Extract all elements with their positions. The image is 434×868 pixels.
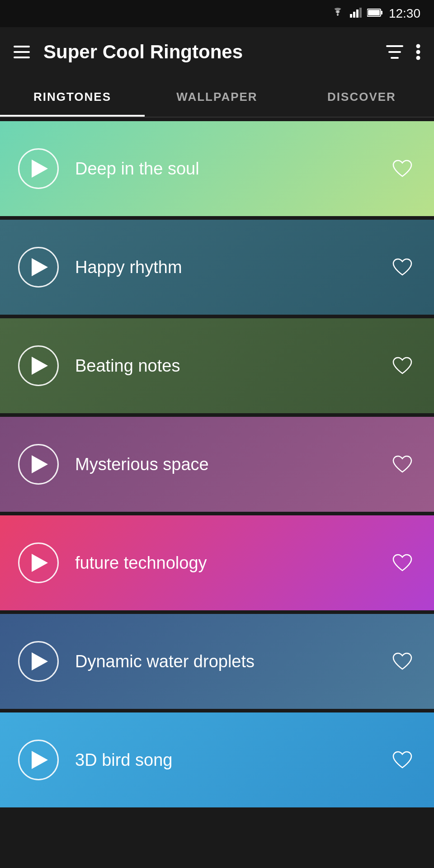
play-button-1[interactable] bbox=[18, 148, 59, 189]
song-title-1: Deep in the soul bbox=[75, 159, 389, 179]
svg-marker-22 bbox=[32, 751, 48, 769]
svg-rect-10 bbox=[386, 45, 403, 47]
song-title-2: Happy rhythm bbox=[75, 258, 389, 277]
tab-bar: RINGTONES WALLPAPER DISCOVER bbox=[0, 77, 434, 118]
tab-discover[interactable]: DISCOVER bbox=[289, 77, 434, 117]
song-title-3: Beating notes bbox=[75, 356, 389, 376]
song-list: Deep in the soul Happy rhythm Beating no… bbox=[0, 118, 434, 811]
svg-rect-2 bbox=[356, 9, 359, 18]
song-item-7[interactable]: 3D bird song bbox=[0, 712, 434, 807]
play-button-5[interactable] bbox=[18, 542, 59, 583]
song-title-4: Mysterious space bbox=[75, 455, 389, 474]
svg-point-14 bbox=[416, 50, 420, 54]
favorite-button-6[interactable] bbox=[389, 648, 416, 675]
app-bar-actions bbox=[386, 44, 420, 60]
song-item-5[interactable]: future technology bbox=[0, 515, 434, 610]
svg-rect-12 bbox=[391, 57, 399, 59]
song-title-7: 3D bird song bbox=[75, 750, 389, 770]
svg-rect-0 bbox=[350, 14, 352, 18]
song-item-3[interactable]: Beating notes bbox=[0, 318, 434, 413]
tab-ringtones[interactable]: RINGTONES bbox=[0, 77, 145, 117]
app-title: Super Cool Ringtones bbox=[43, 41, 373, 63]
favorite-button-1[interactable] bbox=[389, 155, 416, 182]
menu-button[interactable] bbox=[14, 46, 30, 58]
favorite-button-4[interactable] bbox=[389, 451, 416, 478]
svg-marker-20 bbox=[32, 554, 48, 572]
status-bar: 12:30 bbox=[0, 0, 434, 27]
favorite-button-5[interactable] bbox=[389, 549, 416, 576]
wifi-icon bbox=[331, 8, 344, 19]
play-button-7[interactable] bbox=[18, 740, 59, 780]
play-button-3[interactable] bbox=[18, 345, 59, 386]
svg-marker-17 bbox=[32, 258, 48, 276]
favorite-button-3[interactable] bbox=[389, 352, 416, 379]
song-item-1[interactable]: Deep in the soul bbox=[0, 121, 434, 216]
svg-rect-7 bbox=[14, 46, 30, 47]
svg-rect-1 bbox=[353, 12, 355, 18]
svg-rect-6 bbox=[368, 10, 380, 15]
battery-icon bbox=[367, 8, 383, 19]
status-time: 12:30 bbox=[389, 6, 420, 21]
svg-marker-16 bbox=[32, 160, 48, 178]
svg-point-15 bbox=[416, 56, 420, 60]
svg-rect-9 bbox=[14, 57, 30, 58]
svg-marker-19 bbox=[32, 455, 48, 473]
song-item-2[interactable]: Happy rhythm bbox=[0, 220, 434, 315]
svg-point-13 bbox=[416, 44, 420, 48]
sort-button[interactable] bbox=[386, 45, 403, 59]
song-title-6: Dynamic water droplets bbox=[75, 652, 389, 671]
song-item-4[interactable]: Mysterious space bbox=[0, 417, 434, 512]
tab-wallpaper[interactable]: WALLPAPER bbox=[145, 77, 289, 117]
status-icons: 12:30 bbox=[331, 6, 420, 21]
play-button-6[interactable] bbox=[18, 641, 59, 682]
play-button-4[interactable] bbox=[18, 444, 59, 485]
song-item-6[interactable]: Dynamic water droplets bbox=[0, 614, 434, 709]
svg-rect-5 bbox=[381, 11, 382, 14]
signal-icon bbox=[350, 8, 362, 19]
svg-marker-21 bbox=[32, 652, 48, 670]
svg-rect-3 bbox=[359, 8, 362, 18]
favorite-button-2[interactable] bbox=[389, 254, 416, 281]
play-button-2[interactable] bbox=[18, 247, 59, 288]
svg-rect-8 bbox=[14, 51, 30, 53]
more-button[interactable] bbox=[416, 44, 420, 60]
svg-rect-11 bbox=[388, 51, 401, 53]
song-title-5: future technology bbox=[75, 553, 389, 573]
favorite-button-7[interactable] bbox=[389, 746, 416, 774]
svg-marker-18 bbox=[32, 357, 48, 375]
app-bar: Super Cool Ringtones bbox=[0, 27, 434, 77]
